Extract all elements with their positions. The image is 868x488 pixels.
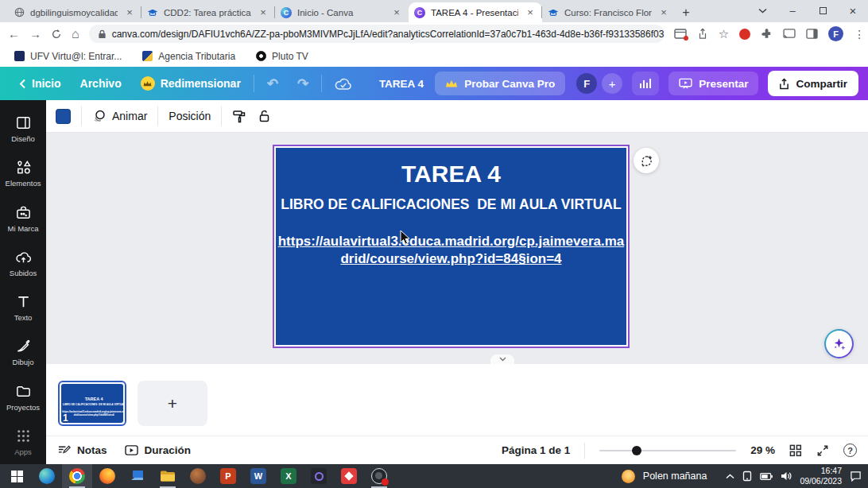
canva-assistant-button[interactable] bbox=[824, 329, 854, 358]
duration-button[interactable]: Duración bbox=[125, 444, 192, 456]
reload-icon[interactable] bbox=[51, 29, 62, 40]
taskbar-clock[interactable]: 16:47 09/06/2023 bbox=[800, 466, 842, 486]
back-icon[interactable]: ← bbox=[8, 28, 20, 40]
try-pro-button[interactable]: Probar Canva Pro bbox=[435, 72, 565, 95]
extensions-puzzle-icon[interactable] bbox=[761, 28, 773, 40]
tab-close-icon[interactable]: × bbox=[123, 6, 136, 19]
camera-app-icon[interactable] bbox=[304, 464, 334, 488]
minimize-button[interactable]: – bbox=[777, 0, 808, 21]
battery-icon[interactable] bbox=[760, 473, 773, 480]
wondershare-icon[interactable] bbox=[334, 464, 364, 488]
bookmark-ufv[interactable]: UFV Virtu@l: Entrar... bbox=[14, 51, 122, 62]
sidebar-item-projects[interactable]: Proyectos bbox=[0, 375, 46, 420]
tab-canva-home[interactable]: C Inicio - Canva × bbox=[275, 2, 409, 22]
powerpoint-icon[interactable]: P bbox=[213, 464, 243, 488]
toolbar-divider bbox=[221, 107, 222, 126]
browser-profile-avatar[interactable]: F bbox=[828, 26, 843, 41]
sidebar-item-text[interactable]: Texto bbox=[0, 285, 46, 330]
file-menu-button[interactable]: Archivo bbox=[71, 77, 131, 90]
bookmark-pluto[interactable]: Pluto TV bbox=[256, 51, 308, 62]
extension-red-icon[interactable] bbox=[739, 29, 750, 40]
canva-icon: C bbox=[281, 7, 292, 18]
file-explorer-icon[interactable] bbox=[153, 464, 183, 488]
home-icon[interactable]: ⌂ bbox=[72, 28, 79, 41]
gimp-icon[interactable] bbox=[183, 464, 213, 488]
browser-menu-icon[interactable]: ⋮ bbox=[854, 29, 865, 40]
tab-close-icon[interactable]: × bbox=[524, 6, 537, 19]
tab-curso[interactable]: Curso: Francisco Flores Tirad × bbox=[542, 2, 676, 22]
zoom-slider-handle[interactable] bbox=[632, 446, 641, 455]
side-panel-icon[interactable] bbox=[806, 29, 818, 39]
tab-tarea4-active[interactable]: C TAREA 4 - Presentación × bbox=[409, 2, 542, 22]
filmstrip-collapse-handle[interactable] bbox=[490, 354, 514, 364]
position-button[interactable]: Posición bbox=[169, 110, 211, 122]
laptop-app-icon[interactable] bbox=[122, 464, 153, 488]
sidebar-item-design[interactable]: Diseño bbox=[0, 107, 46, 151]
tab-title: Inicio - Canva bbox=[297, 8, 385, 17]
unlock-icon[interactable] bbox=[258, 109, 271, 124]
start-button[interactable] bbox=[2, 464, 32, 488]
present-button[interactable]: Presentar bbox=[668, 72, 758, 95]
rotation-lock-icon[interactable] bbox=[742, 471, 752, 482]
obs-icon[interactable] bbox=[364, 464, 394, 488]
help-button[interactable]: ? bbox=[843, 443, 857, 457]
maximize-button[interactable] bbox=[808, 0, 838, 21]
edge-icon[interactable] bbox=[32, 464, 62, 488]
slide-selection-frame[interactable]: TAREA 4 LIBRO DE CALIFICACIONES DE MI AU… bbox=[273, 145, 630, 348]
address-bar[interactable]: canva.com/design/DAFIU1vch6A/ZZ-pa-pboM3… bbox=[89, 25, 665, 43]
resize-button[interactable]: Redimensionar bbox=[131, 76, 250, 91]
cast-icon[interactable] bbox=[783, 29, 796, 39]
fill-color-swatch[interactable] bbox=[56, 109, 71, 124]
bookmark-star-icon[interactable]: ☆ bbox=[719, 28, 729, 40]
copy-style-roller-icon[interactable] bbox=[232, 109, 247, 124]
bookmark-label: Pluto TV bbox=[272, 51, 308, 62]
weather-pollen-icon[interactable] bbox=[622, 470, 635, 483]
slide-title[interactable]: TAREA 4 bbox=[276, 161, 626, 188]
insights-chart-icon[interactable] bbox=[632, 72, 659, 95]
document-title[interactable]: TAREA 4 bbox=[368, 78, 435, 90]
excel-icon[interactable]: X bbox=[273, 464, 304, 488]
editor-statusbar: Notas Duración Página 1 de 1 29 % ? bbox=[46, 436, 868, 464]
sidebar-item-apps[interactable]: Apps bbox=[0, 420, 46, 464]
sidebar-item-brand[interactable]: Mi Marca bbox=[0, 196, 46, 241]
sidebar-item-elements[interactable]: Elementos bbox=[0, 151, 46, 196]
redo-icon[interactable]: ↷ bbox=[288, 76, 318, 92]
share-icon[interactable] bbox=[697, 28, 708, 40]
undo-icon[interactable]: ↶ bbox=[258, 76, 288, 92]
tab-search-chevron-icon[interactable] bbox=[747, 0, 777, 21]
canva-avatar[interactable]: F bbox=[576, 73, 597, 94]
slide-link[interactable]: https://aulavirtual3.educa.madrid.org/cp… bbox=[276, 233, 626, 269]
share-button[interactable]: Compartir bbox=[768, 71, 858, 96]
new-tab-button[interactable]: + bbox=[676, 2, 696, 22]
slide-page[interactable]: TAREA 4 LIBRO DE CALIFICACIONES DE MI AU… bbox=[276, 148, 626, 345]
grid-view-icon[interactable] bbox=[789, 444, 802, 457]
tab-close-icon[interactable]: × bbox=[257, 6, 269, 19]
notes-button[interactable]: Notas bbox=[57, 444, 107, 456]
fullscreen-icon[interactable] bbox=[816, 444, 829, 457]
tab-dgbilinguismo[interactable]: dgbilinguismoycalidad.educa × bbox=[8, 2, 141, 22]
volume-icon[interactable] bbox=[781, 471, 792, 481]
tab-close-icon[interactable]: × bbox=[657, 6, 670, 19]
page-thumbnail-1[interactable]: TAREA 4 LIBRO DE CALIFICACIONES DE MI AU… bbox=[58, 381, 126, 426]
add-page-button[interactable]: + bbox=[138, 381, 207, 426]
action-center-icon[interactable] bbox=[850, 471, 862, 482]
animate-button[interactable]: Animar bbox=[92, 109, 147, 123]
tab-cdd2[interactable]: CDD2: Tarea práctica 6 - Niv × bbox=[141, 2, 275, 22]
word-icon[interactable]: W bbox=[243, 464, 273, 488]
sidebar-item-uploads[interactable]: Subidos bbox=[0, 241, 46, 285]
forward-icon[interactable]: → bbox=[29, 28, 41, 40]
chrome-icon[interactable] bbox=[62, 464, 92, 488]
sidebar-item-draw[interactable]: Dibujo bbox=[0, 330, 46, 374]
bookmark-agencia[interactable]: Agencia Tributaria bbox=[142, 51, 235, 62]
home-button[interactable]: Inicio bbox=[10, 77, 71, 90]
invite-plus-icon[interactable]: + bbox=[602, 73, 622, 94]
add-comment-button[interactable] bbox=[634, 148, 659, 173]
weather-label[interactable]: Polen mañana bbox=[643, 471, 707, 482]
zoom-slider[interactable] bbox=[599, 446, 736, 455]
slide-subtitle[interactable]: LIBRO DE CALIFICACIONES DE MI AULA VIRTU… bbox=[276, 196, 626, 213]
firefox-icon[interactable] bbox=[92, 464, 122, 488]
tray-chevron-icon[interactable] bbox=[726, 474, 734, 479]
site-action-icon[interactable] bbox=[674, 29, 687, 39]
tab-close-icon[interactable]: × bbox=[390, 6, 403, 19]
close-window-button[interactable]: × bbox=[838, 0, 868, 21]
